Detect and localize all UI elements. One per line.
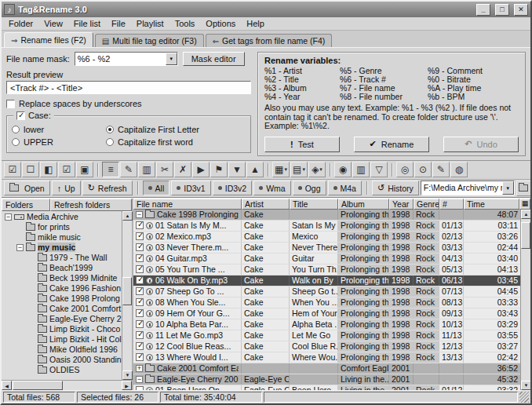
format-id3v2-button[interactable]: ID3v2: [213, 181, 252, 195]
tree-hscrollbar-thumb[interactable]: [13, 381, 63, 390]
column-header-time[interactable]: Time: [464, 199, 519, 210]
file-checkbox[interactable]: [136, 287, 144, 295]
refresh-button[interactable]: ↻ Refresh: [82, 181, 133, 195]
replace-spaces-checkbox-icon[interactable]: [6, 100, 15, 108]
tree-item-beach-1999[interactable]: Beach'1999: [2, 263, 122, 273]
file-row[interactable]: 08 When You Sle...CakeWhen You ...Prolon…: [133, 297, 520, 308]
format-m4a-button[interactable]: M4a: [328, 181, 362, 195]
collapse-icon[interactable]: −: [16, 244, 24, 251]
file-checkbox[interactable]: [136, 232, 144, 240]
open-button[interactable]: Open: [4, 181, 50, 195]
check-selected-button[interactable]: ☑: [58, 162, 75, 177]
menu-item-playlist[interactable]: Playlist: [131, 18, 169, 29]
web-search-button[interactable]: ◍: [450, 162, 468, 177]
move-down-button[interactable]: ▼: [228, 162, 246, 177]
invert-checks-button[interactable]: ◧: [40, 162, 57, 177]
check-all-button[interactable]: ☑: [4, 162, 21, 177]
scroll-up-icon[interactable]: ▲: [521, 210, 531, 219]
list-scrollbar-thumb[interactable]: [521, 222, 530, 249]
tree-item-limp-bizkit-choco[interactable]: Limp Bizkit - Choco: [2, 324, 122, 334]
test-button[interactable]: !Test: [264, 137, 340, 152]
mask-combo-dropdown-icon[interactable]: ▼: [166, 53, 177, 65]
filter-button[interactable]: ▽: [370, 162, 388, 177]
file-checkbox[interactable]: [136, 254, 144, 262]
tree-item-mikle-music[interactable]: mikle music: [2, 232, 122, 243]
tree-vertical-scrollbar[interactable]: ▲ ▼: [122, 211, 132, 381]
file-row[interactable]: 13 Where Would I...CakeWhere Wou...Prolo…: [133, 352, 520, 363]
menu-item-file[interactable]: File: [106, 18, 131, 29]
delete-files-button[interactable]: ✗: [174, 162, 191, 177]
file-checkbox[interactable]: [136, 309, 144, 317]
file-row[interactable]: 10 Alpha Beta Par...CakeAlpha Beta ...Pr…: [133, 319, 520, 330]
column-header-genre[interactable]: Genre: [414, 199, 439, 210]
move-up-button[interactable]: ▲: [246, 162, 264, 177]
play-file-button[interactable]: ▶: [192, 162, 210, 177]
menu-item-view[interactable]: View: [38, 18, 68, 29]
menu-item-folder[interactable]: Folder: [3, 18, 38, 29]
collapse-icon[interactable]: −: [136, 211, 143, 218]
tree-item-for-prints[interactable]: for prints: [2, 222, 122, 232]
tab-get-tags-from-file-name-f4[interactable]: ⇐Get tags from file name (F4): [206, 34, 333, 47]
case-option-capitalize-first-word[interactable]: Capitalize first word: [106, 137, 246, 147]
tree-scrollbar-track[interactable]: [122, 221, 132, 371]
column-header-file-name[interactable]: File name: [133, 199, 242, 210]
column-customize-button[interactable]: ▦: [519, 199, 530, 210]
minimize-button[interactable]: _: [476, 4, 490, 16]
file-row[interactable]: 09 Hem Of Your G...CakeHem of Your...Pro…: [133, 308, 520, 319]
uncheck-all-button[interactable]: ☐: [22, 162, 39, 177]
edit-tags-button[interactable]: ✎: [120, 162, 137, 177]
tab-multi-file-tag-editor-f3[interactable]: ▤Multi file tag editor (F3): [95, 34, 204, 47]
flag-file-button[interactable]: ⚑: [210, 162, 228, 177]
details-view-button[interactable]: ≡: [102, 162, 119, 177]
tree-item-mike-oldfield-1996[interactable]: Mike Oldfield 1996: [2, 345, 122, 355]
browse-folder-button[interactable]: [516, 181, 532, 196]
tree-item-oldies[interactable]: OLDIES: [2, 365, 122, 375]
expand-icon[interactable]: +: [136, 365, 143, 372]
column-header-artist[interactable]: Artist: [242, 199, 290, 210]
scroll-up-icon[interactable]: ▲: [122, 211, 133, 221]
tree-item-cake-2001-comfort[interactable]: Cake 2001 Comfort: [2, 304, 122, 314]
case-checkbox-icon[interactable]: [16, 111, 25, 120]
menu-item-file-list[interactable]: File list: [68, 18, 106, 29]
close-button[interactable]: ✕: [514, 4, 528, 16]
file-name-mask-combo[interactable]: %6 - %2 ▼: [75, 52, 178, 66]
case-option-capitalize-first-letter[interactable]: Capitalize First Letter: [106, 125, 246, 134]
freedb-button[interactable]: ◎: [396, 162, 414, 177]
file-checkbox[interactable]: [136, 331, 144, 339]
equalizer-button[interactable]: ▥: [352, 162, 370, 177]
column-header-item[interactable]: #: [439, 199, 464, 210]
case-legend[interactable]: Case:: [13, 111, 54, 120]
file-row[interactable]: 12 Cool Blue Reas...CakeCool Blue R...Pr…: [133, 341, 520, 352]
refresh-folders-button[interactable]: Refresh folders: [50, 199, 132, 211]
file-checkbox[interactable]: [136, 243, 144, 251]
tree-item-oasis-2000-standin[interactable]: Oasis 2000 Standin: [2, 355, 122, 365]
file-row[interactable]: 06 Walk On By.mp3CakeWalk on ByProlongin…: [133, 275, 520, 286]
file-checkbox[interactable]: [136, 320, 144, 328]
tree-item-media-archive[interactable]: −Media Archive: [2, 212, 122, 222]
cut-files-button[interactable]: ✂: [156, 162, 173, 177]
file-row[interactable]: 01 Satan Is My M...CakeSatan Is My ...Pr…: [133, 221, 520, 232]
file-checkbox[interactable]: [136, 298, 144, 306]
column-header-year[interactable]: Year: [389, 199, 414, 210]
scroll-right-icon[interactable]: ▶: [122, 381, 132, 390]
file-checkbox[interactable]: [136, 221, 144, 229]
tree-item-cake-1996-fashion[interactable]: Cake 1996 Fashion: [2, 283, 122, 294]
format-wma-button[interactable]: Wma: [253, 181, 291, 195]
file-row[interactable]: 03 Never There.m...CakeNever ThereProlon…: [133, 243, 520, 254]
menu-item-options[interactable]: Options: [200, 18, 241, 29]
file-row[interactable]: 02 Mexico.mp3CakeMexicoProlonging th...1…: [133, 232, 520, 243]
file-row[interactable]: 07 Sheep Go To ...CakeSheep Go t...Prolo…: [133, 286, 520, 297]
tree-item-cake-1998-prolong[interactable]: Cake 1998 Prolong: [2, 294, 122, 304]
tree-item-limp-bizkit-hit-col[interactable]: Limp Bizkit - Hit Col: [2, 334, 122, 345]
rename-button[interactable]: ✔Rename: [354, 137, 429, 152]
file-checkbox[interactable]: [136, 265, 144, 273]
format-ogg-button[interactable]: Ogg: [293, 181, 326, 195]
scroll-down-icon[interactable]: ▼: [122, 370, 133, 380]
list-vertical-scrollbar[interactable]: ▲ ▼: [520, 210, 530, 391]
album-group-row[interactable]: +Cake 2001 Comfort EagleComfort Eagle200…: [133, 363, 520, 374]
uncheck-selected-button[interactable]: ▣: [76, 162, 93, 177]
export-list-button[interactable]: ▤▾: [290, 162, 308, 177]
tab-rename-files-f2[interactable]: ⇒Rename files (F2): [4, 32, 93, 47]
online-lookup-button[interactable]: ◉: [334, 162, 352, 177]
scroll-left-icon[interactable]: ◀: [2, 381, 12, 390]
